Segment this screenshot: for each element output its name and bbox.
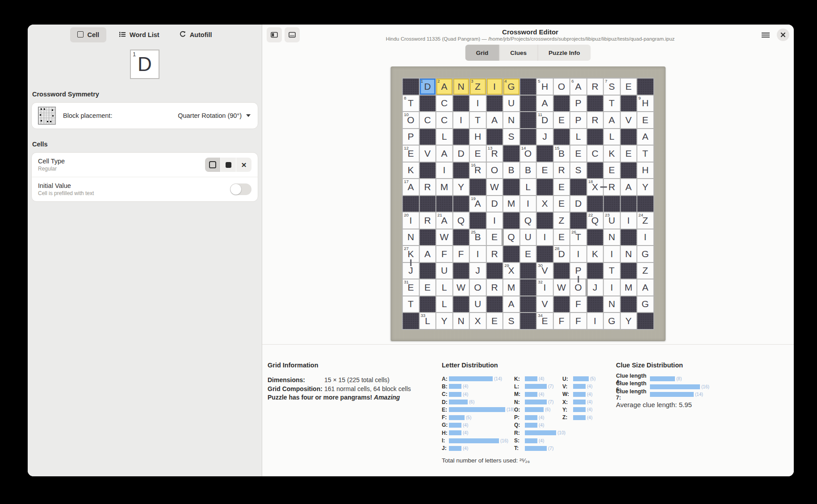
grid-cell[interactable]: 14O — [520, 146, 536, 162]
grid-cell[interactable] — [486, 263, 503, 279]
grid-cell[interactable]: 33L — [419, 313, 436, 329]
grid-cell[interactable] — [503, 246, 520, 262]
sidebar-tab-cell[interactable]: Cell — [70, 27, 106, 42]
grid-cell[interactable] — [453, 263, 469, 279]
grid-cell[interactable] — [620, 229, 637, 246]
grid-cell[interactable]: I — [486, 212, 503, 229]
grid-cell[interactable]: P — [570, 112, 587, 128]
grid-cell[interactable]: N — [453, 79, 469, 95]
grid-cell[interactable]: I — [436, 162, 452, 179]
grid-cell[interactable] — [637, 79, 654, 95]
grid-cell[interactable] — [453, 96, 469, 112]
grid-cell[interactable] — [419, 96, 436, 112]
grid-cell[interactable] — [453, 129, 469, 145]
grid-cell[interactable]: Z — [553, 212, 570, 229]
grid-cell[interactable]: O — [486, 162, 503, 179]
grid-cell[interactable] — [604, 196, 620, 212]
grid-cell[interactable] — [419, 296, 436, 312]
grid-cell[interactable]: I — [587, 313, 603, 329]
grid-cell[interactable]: 6A — [570, 79, 587, 95]
grid-cell[interactable]: A — [637, 279, 654, 296]
grid-cell[interactable]: L — [570, 129, 587, 145]
grid-cell[interactable] — [470, 179, 486, 195]
grid-cell[interactable] — [637, 196, 654, 212]
grid-cell[interactable] — [553, 263, 570, 279]
grid-cell[interactable] — [520, 129, 536, 145]
grid-cell[interactable] — [620, 263, 637, 279]
grid-cell[interactable]: O — [553, 79, 570, 95]
grid-cell[interactable]: 21A — [436, 212, 452, 229]
grid-cell[interactable]: 13R — [486, 146, 503, 162]
grid-cell[interactable]: 26T — [570, 229, 587, 246]
grid-cell[interactable]: 3Z — [470, 79, 486, 95]
grid-cell[interactable]: I — [453, 112, 469, 128]
grid-cell[interactable]: I — [570, 246, 587, 262]
grid-cell[interactable]: Q — [520, 212, 536, 229]
grid-cell[interactable] — [403, 196, 419, 212]
grid-cell[interactable] — [553, 129, 570, 145]
grid-cell[interactable]: R — [419, 212, 436, 229]
grid-cell[interactable]: 22Q — [587, 212, 603, 229]
grid-cell[interactable]: T — [637, 146, 654, 162]
delete-cell-button[interactable]: ✕ — [236, 158, 251, 172]
grid-cell[interactable]: E — [570, 146, 587, 162]
grid-cell[interactable]: 32I — [537, 279, 553, 296]
grid-cell[interactable]: R — [587, 112, 603, 128]
grid-cell[interactable]: A — [620, 179, 637, 195]
grid-cell[interactable] — [436, 196, 452, 212]
grid-cell[interactable] — [419, 196, 436, 212]
grid-cell[interactable] — [537, 212, 553, 229]
grid-cell[interactable] — [453, 296, 469, 312]
grid-cell[interactable]: E — [637, 112, 654, 128]
grid-cell[interactable]: X — [537, 196, 553, 212]
grid-cell[interactable]: R — [553, 162, 570, 179]
grid-cell[interactable] — [419, 162, 436, 179]
grid-cell[interactable]: P — [570, 263, 587, 279]
grid-cell[interactable] — [620, 129, 637, 145]
grid-cell[interactable]: S — [570, 162, 587, 179]
grid-cell[interactable] — [637, 313, 654, 329]
grid-cell[interactable]: P — [403, 129, 419, 145]
grid-cell[interactable]: A — [503, 296, 520, 312]
grid-cell[interactable]: H — [637, 162, 654, 179]
grid-cell[interactable]: D — [453, 146, 469, 162]
grid-cell[interactable] — [587, 263, 603, 279]
grid-cell[interactable]: 2A — [436, 79, 452, 95]
grid-cell[interactable] — [553, 96, 570, 112]
grid-cell[interactable]: V — [537, 296, 553, 312]
grid-cell[interactable] — [520, 79, 536, 95]
grid-cell[interactable] — [486, 296, 503, 312]
grid-cell[interactable]: G — [637, 296, 654, 312]
grid-cell[interactable]: R — [419, 179, 436, 195]
grid-cell[interactable] — [453, 196, 469, 212]
grid-cell[interactable]: B — [503, 162, 520, 179]
grid-cell[interactable] — [503, 179, 520, 195]
grid-cell[interactable]: Y — [637, 179, 654, 195]
grid-cell[interactable]: A — [419, 246, 436, 262]
grid-cell[interactable]: E — [470, 146, 486, 162]
grid-cell[interactable]: E — [553, 179, 570, 195]
grid-cell[interactable]: 23U — [604, 212, 620, 229]
grid-cell[interactable]: M — [620, 279, 637, 296]
grid-cell[interactable]: 8T — [403, 96, 419, 112]
grid-cell[interactable]: I — [604, 246, 620, 262]
grid-cell[interactable]: I — [637, 229, 654, 246]
grid-cell[interactable]: F — [570, 313, 587, 329]
grid-cell[interactable] — [587, 162, 603, 179]
grid-cell[interactable] — [520, 112, 536, 128]
grid-cell[interactable]: 7S — [604, 79, 620, 95]
grid-cell[interactable] — [520, 279, 536, 296]
grid-cell[interactable]: Y — [436, 313, 452, 329]
sidebar-tab-word-list[interactable]: Word List — [112, 27, 167, 42]
tab-puzzle-info[interactable]: Puzzle Info — [537, 45, 591, 61]
initial-value-toggle[interactable] — [230, 183, 251, 195]
grid-cell[interactable]: I — [537, 229, 553, 246]
grid-cell[interactable]: D — [486, 196, 503, 212]
grid-cell[interactable]: L — [436, 279, 452, 296]
grid-cell[interactable] — [470, 212, 486, 229]
grid-cell[interactable] — [503, 146, 520, 162]
grid-cell[interactable]: E — [553, 196, 570, 212]
grid-cell[interactable]: 16R — [470, 162, 486, 179]
grid-cell[interactable]: C — [587, 146, 603, 162]
grid-cell[interactable] — [553, 296, 570, 312]
